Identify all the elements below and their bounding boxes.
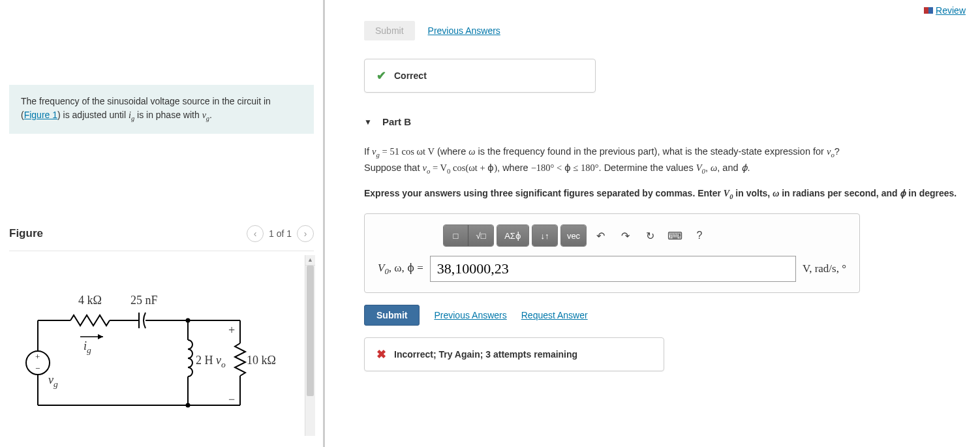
figure-link[interactable]: Figure 1 <box>24 110 57 120</box>
variable-vg: vg <box>202 110 209 120</box>
label-plus: + <box>228 324 235 337</box>
tool-vec[interactable]: vec <box>561 225 586 246</box>
request-answer-link[interactable]: Request Answer <box>521 310 588 320</box>
figure-next-button[interactable]: › <box>297 225 314 242</box>
part-b-title: Part B <box>382 116 411 127</box>
scroll-thumb[interactable] <box>307 266 314 396</box>
tool-undo[interactable]: ↶ <box>589 225 611 246</box>
review-icon <box>924 7 933 14</box>
instruction-text: Express your answers using three signifi… <box>364 187 967 202</box>
feedback-correct: ✔ Correct <box>364 59 596 93</box>
figure-title: Figure <box>9 227 43 240</box>
tool-reset[interactable]: ↻ <box>639 225 661 246</box>
label-r1: 4 kΩ <box>78 294 102 307</box>
equation-toolbar: □ √□ ΑΣϕ ↓↑ vec ↶ ↷ ↻ ⌨ ? <box>443 224 846 247</box>
submit-button-disabled: Submit <box>364 21 415 40</box>
caret-down-icon: ▼ <box>364 117 372 127</box>
feedback-text: Correct <box>394 70 427 81</box>
previous-answers-link[interactable]: Previous Answers <box>428 25 500 36</box>
tool-keyboard[interactable]: ⌨ <box>664 225 686 246</box>
variable-ig: ig <box>129 110 134 120</box>
answer-label: V0, ω, ϕ = <box>378 261 423 277</box>
tool-greek[interactable]: ΑΣϕ <box>497 225 528 246</box>
figure-body: + − 4 kΩ 25 nF ig vg 2 H vo 10 kΩ + <box>9 251 314 440</box>
part-b-header[interactable]: ▼ Part B <box>364 116 967 127</box>
svg-marker-18 <box>98 334 103 339</box>
problem-text: is in phase with <box>134 110 202 120</box>
figure-counter: 1 of 1 <box>269 228 292 239</box>
label-vg: vg <box>48 373 58 390</box>
problem-text: . <box>209 110 212 120</box>
tool-subscript[interactable]: ↓↑ <box>532 225 557 246</box>
label-r2: 10 kΩ <box>247 354 276 367</box>
review-link[interactable]: Review <box>924 5 966 16</box>
scroll-up-icon[interactable]: ▲ <box>305 255 315 266</box>
figure-prev-button[interactable]: ‹ <box>247 225 264 242</box>
question-text: If vg = 51 cos ωt V (where ω is the freq… <box>364 144 967 177</box>
tool-help[interactable]: ? <box>688 225 711 246</box>
label-ig: ig <box>84 339 91 356</box>
problem-text: ) is adjusted until <box>57 110 129 120</box>
tool-redo[interactable]: ↷ <box>614 225 636 246</box>
submit-button[interactable]: Submit <box>364 305 420 326</box>
problem-statement: The frequency of the sinusoidal voltage … <box>9 85 314 134</box>
svg-text:−: − <box>35 363 40 373</box>
answer-input[interactable] <box>430 256 796 282</box>
figure-scrollbar[interactable]: ▲ <box>305 255 315 436</box>
feedback-incorrect: ✖ Incorrect; Try Again; 3 attempts remai… <box>364 337 664 371</box>
svg-text:+: + <box>35 352 40 362</box>
review-label: Review <box>936 5 966 16</box>
label-minus: − <box>228 393 235 407</box>
answer-box: □ √□ ΑΣϕ ↓↑ vec ↶ ↷ ↻ ⌨ ? V0, ω, ϕ <box>364 213 860 293</box>
check-icon: ✔ <box>376 69 386 83</box>
label-c1: 25 nF <box>130 294 158 307</box>
feedback-text: Incorrect; Try Again; 3 attempts remaini… <box>394 349 577 360</box>
tool-templates[interactable]: □ <box>444 225 468 246</box>
label-l1: 2 H vo <box>196 354 226 370</box>
x-icon: ✖ <box>376 347 386 362</box>
previous-answers-link-b[interactable]: Previous Answers <box>434 310 506 320</box>
tool-fraction[interactable]: √□ <box>468 225 493 246</box>
answer-units: V, rad/s, ° <box>803 262 846 275</box>
